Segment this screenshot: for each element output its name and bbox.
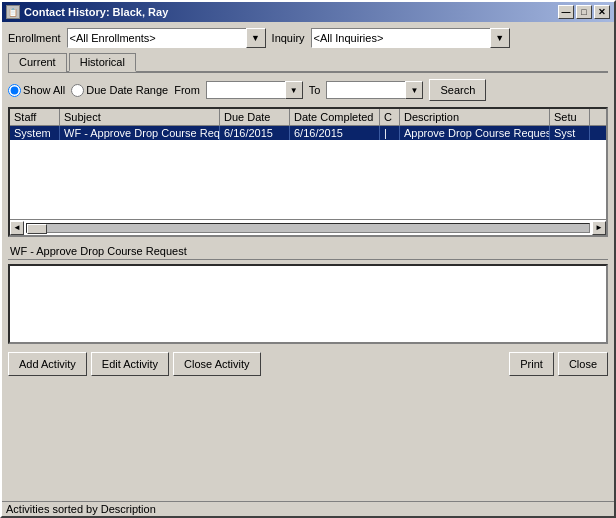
minimize-button[interactable]: —: [558, 5, 574, 19]
cell-due-date: 6/16/2015: [220, 126, 290, 140]
table-header: Staff Subject Due Date Date Completed C …: [10, 109, 606, 126]
col-header-date-completed: Date Completed: [290, 109, 380, 125]
col-header-staff: Staff: [10, 109, 60, 125]
close-window-button[interactable]: ✕: [594, 5, 610, 19]
inquiry-dropdown-group: <All Inquiries> ▼: [311, 28, 510, 48]
title-bar: 📋 Contact History: Black, Ray — □ ✕: [2, 2, 614, 22]
from-date-input[interactable]: [206, 81, 286, 99]
window-icon: 📋: [6, 5, 20, 19]
show-all-label: Show All: [23, 84, 65, 96]
maximize-button[interactable]: □: [576, 5, 592, 19]
window-title: Contact History: Black, Ray: [24, 6, 168, 18]
due-date-range-radio[interactable]: Due Date Range: [71, 84, 168, 97]
cell-subject: WF - Approve Drop Course Request: [60, 126, 220, 140]
enrollment-label: Enrollment: [8, 32, 61, 44]
description-text: WF - Approve Drop Course Request: [10, 245, 187, 257]
tab-current[interactable]: Current: [8, 53, 67, 72]
activity-table: Staff Subject Due Date Date Completed C …: [8, 107, 608, 237]
from-date-group: ▼: [206, 81, 303, 99]
to-label: To: [309, 84, 321, 96]
col-header-description: Description: [400, 109, 550, 125]
inquiry-value: <All Inquiries>: [314, 32, 488, 44]
scroll-left-btn[interactable]: ◄: [10, 221, 24, 235]
scroll-track[interactable]: [26, 223, 590, 233]
main-window: 📋 Contact History: Black, Ray — □ ✕ Enro…: [0, 0, 616, 518]
filter-row: Show All Due Date Range From ▼ To ▼ Sear…: [8, 77, 608, 103]
col-header-due-date: Due Date: [220, 109, 290, 125]
col-header-subject: Subject: [60, 109, 220, 125]
bottom-buttons: Add Activity Edit Activity Close Activit…: [8, 348, 608, 378]
cell-c: |: [380, 126, 400, 140]
enrollment-dropdown[interactable]: <All Enrollments>: [67, 28, 247, 48]
print-button[interactable]: Print: [509, 352, 554, 376]
close-activity-button[interactable]: Close Activity: [173, 352, 260, 376]
from-date-btn[interactable]: ▼: [285, 81, 303, 99]
show-all-radio[interactable]: Show All: [8, 84, 65, 97]
close-button[interactable]: Close: [558, 352, 608, 376]
tabs-row: Current Historical: [8, 52, 608, 73]
status-text: Activities sorted by Description: [6, 503, 156, 515]
cell-staff: System: [10, 126, 60, 140]
scroll-thumb[interactable]: [27, 224, 47, 234]
inquiry-label: Inquiry: [272, 32, 305, 44]
from-label: From: [174, 84, 200, 96]
due-date-range-label: Due Date Range: [86, 84, 168, 96]
enrollment-value: <All Enrollments>: [70, 32, 244, 44]
edit-activity-button[interactable]: Edit Activity: [91, 352, 169, 376]
status-bar: Activities sorted by Description: [2, 501, 614, 516]
table-row[interactable]: System WF - Approve Drop Course Request …: [10, 126, 606, 140]
add-activity-button[interactable]: Add Activity: [8, 352, 87, 376]
cell-setu: Syst: [550, 126, 590, 140]
table-body: System WF - Approve Drop Course Request …: [10, 126, 606, 219]
inquiry-dropdown-btn[interactable]: ▼: [490, 28, 510, 48]
col-header-c: C: [380, 109, 400, 125]
horizontal-scrollbar[interactable]: ◄ ►: [10, 219, 606, 235]
cell-description: Approve Drop Course Request [Closed: [400, 126, 550, 140]
main-content: Enrollment <All Enrollments> ▼ Inquiry <…: [2, 22, 614, 501]
col-header-setu: Setu: [550, 109, 590, 125]
title-controls: — □ ✕: [558, 5, 610, 19]
enrollment-dropdown-btn[interactable]: ▼: [246, 28, 266, 48]
scroll-right-btn[interactable]: ►: [592, 221, 606, 235]
to-date-input[interactable]: [326, 81, 406, 99]
notes-area: [8, 264, 608, 344]
toolbar-row: Enrollment <All Enrollments> ▼ Inquiry <…: [8, 28, 608, 48]
enrollment-dropdown-group: <All Enrollments> ▼: [67, 28, 266, 48]
search-button[interactable]: Search: [429, 79, 486, 101]
description-area: WF - Approve Drop Course Request: [8, 241, 608, 260]
to-date-btn[interactable]: ▼: [405, 81, 423, 99]
inquiry-dropdown[interactable]: <All Inquiries>: [311, 28, 491, 48]
tab-historical[interactable]: Historical: [69, 53, 136, 72]
cell-date-completed: 6/16/2015: [290, 126, 380, 140]
to-date-group: ▼: [326, 81, 423, 99]
